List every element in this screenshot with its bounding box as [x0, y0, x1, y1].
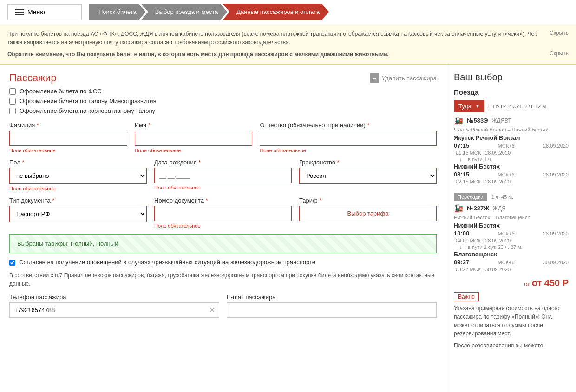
- birth-date-error: Поле обязательное: [154, 185, 292, 190]
- important-text: Указана примерная стоимость на одного па…: [454, 304, 569, 338]
- step-search[interactable]: Поиск билета: [89, 4, 146, 20]
- checkbox-corp-input[interactable]: [9, 108, 16, 114]
- form-section: Фамилия * Поле обязательное Имя * Поле о…: [9, 122, 437, 229]
- train-1-arrival-tz: МСК+6: [498, 172, 515, 177]
- email-input-wrapper: [227, 302, 437, 318]
- doc-number-label: Номер документа *: [154, 197, 292, 204]
- train-1-number: №583Э: [467, 117, 488, 124]
- train-1-arrival-date: 28.09.2020: [543, 172, 569, 177]
- main-content: Пассажир – Удалить пассажира Оформление …: [0, 65, 446, 392]
- train-2-departure-time: 10:00: [454, 230, 469, 237]
- first-name-input[interactable]: [135, 131, 253, 146]
- train-2-departure-row: Нижний Бестях: [454, 222, 569, 229]
- train-1-arrival-time: 08:15: [454, 171, 469, 178]
- last-name-label: Фамилия *: [9, 122, 127, 129]
- transfer-duration: 1 ч. 45 м.: [491, 194, 513, 200]
- birth-date-group: Дата рождения * Поле обязательное: [154, 159, 292, 191]
- doc-number-group: Номер документа * Поле обязательное: [154, 197, 292, 229]
- train-2-departure-msk: 04:00 МСК | 28.09.2020: [456, 238, 569, 243]
- sidebar: Ваш выбор Поезда Туда ▼ В ПУТИ 2 СУТ. 2 …: [446, 65, 576, 392]
- last-name-input[interactable]: [9, 131, 127, 146]
- menu-button[interactable]: Меню: [7, 4, 82, 20]
- breadcrumb-steps: Поиск билета Выбор поезда и места Данные…: [89, 4, 329, 20]
- email-label: E-mail пассажира: [227, 294, 437, 301]
- doc-type-group: Тип документа * Паспорт РФ Загранпаспорт…: [9, 197, 147, 229]
- tariff-button[interactable]: Выбор тарифа: [299, 206, 437, 221]
- train-1-departure-row: Якутск Речной Вокзал: [454, 134, 569, 141]
- chevron-down-icon: ▼: [475, 104, 480, 109]
- delete-passenger-btn[interactable]: – Удалить пассажира: [370, 73, 437, 83]
- notice-2-hide-btn[interactable]: Скрыть: [550, 50, 569, 57]
- sidebar-title: Ваш выбор: [454, 72, 569, 83]
- train-2-header: 🚂 №327Ж ЖДЯ: [454, 204, 569, 213]
- gender-select[interactable]: не выбрано Мужской Женский: [9, 168, 147, 184]
- train-2-departure-station: Нижний Бестях: [454, 222, 500, 229]
- notice-1: При покупке билетов на поезда АО «ФПК», …: [7, 28, 569, 48]
- direction-button[interactable]: Туда ▼: [454, 100, 484, 112]
- train-2-arrival-date: 30.09.2020: [543, 260, 569, 265]
- transfer-badge: Пересадка: [454, 193, 487, 201]
- step-passenger[interactable]: Данные пассажиров и оплата: [223, 4, 329, 20]
- train-2-number: №327Ж: [467, 205, 489, 212]
- first-name-label: Имя *: [135, 122, 253, 129]
- name-row: Фамилия * Поле обязательное Имя * Поле о…: [9, 122, 437, 153]
- gender-label: Пол *: [9, 159, 147, 166]
- train-2-departure-time-row: 10:00 МСК+6 28.09.2020: [454, 230, 569, 237]
- train-2-arrival-time-row: 09:27 МСК+6 30.09.2020: [454, 259, 569, 266]
- train-1-arrival-time-row: 08:15 МСК+6 28.09.2020: [454, 171, 569, 178]
- train-icon-2: 🚂: [454, 204, 463, 213]
- important-section: Важно Указана примерная стоимость на одн…: [454, 292, 569, 338]
- phone-clear-btn[interactable]: ✕: [205, 306, 219, 314]
- email-group: E-mail пассажира: [227, 294, 437, 318]
- train-1-route: Якутск Речной Вокзал – Нижний Бестях: [454, 127, 569, 132]
- train-1-header: 🚂 №583Э ЖДЯВТ: [454, 116, 569, 125]
- train-1-type: ЖДЯВТ: [491, 118, 511, 124]
- train-1-departure-time: 07:15: [454, 142, 469, 149]
- train-1-arrival-msk: 02:15 МСК | 28.09.2020: [456, 179, 569, 184]
- tariff-group: Тариф * Выбор тарифа: [299, 197, 437, 229]
- train-1-departure-date: 28.09.2020: [543, 143, 569, 149]
- doc-type-label: Тип документа *: [9, 197, 147, 204]
- gender-group: Пол * не выбрано Мужской Женский Поле об…: [9, 159, 147, 191]
- train-2-type: ЖДЯ: [493, 205, 506, 212]
- train-2-arrival-tz: МСК+6: [498, 260, 515, 265]
- middle-name-label: Отчество (обязательно, при наличии) *: [260, 122, 437, 129]
- train-1-departure-station: Якутск Речной Вокзал: [454, 134, 520, 141]
- citizenship-label: Гражданство *: [299, 159, 437, 166]
- notices-container: При покупке билетов на поезда АО «ФПК», …: [0, 24, 576, 65]
- checkbox-minsoc-label: Оформление билета по талону Минсоцразвит…: [20, 98, 157, 105]
- checkbox-fss-input[interactable]: [9, 88, 16, 95]
- train-2-arrival-station: Благовещенск: [454, 251, 497, 258]
- notice-1-hide-btn[interactable]: Скрыть: [550, 30, 569, 36]
- step-select[interactable]: Выбор поезда и места: [141, 4, 227, 20]
- info-text: В соответствии с п.7 Правил перевозок па…: [9, 271, 437, 288]
- train-2-departure-date: 28.09.2020: [543, 231, 569, 236]
- tariff-selected-banner: Выбраны тарифы: Полный, Полный: [9, 234, 437, 253]
- checkbox-minsoc-input[interactable]: [9, 98, 16, 105]
- menu-label: Меню: [27, 8, 45, 16]
- doc-type-select[interactable]: Паспорт РФ Загранпаспорт Другое: [9, 206, 147, 222]
- birth-date-label: Дата рождения *: [154, 159, 292, 166]
- doc-number-input[interactable]: [154, 206, 292, 221]
- doc-number-error: Поле обязательное: [154, 223, 292, 229]
- train-card-1: 🚂 №583Э ЖДЯВТ Якутск Речной Вокзал – Ниж…: [454, 116, 569, 184]
- last-name-error: Поле обязательное: [9, 148, 127, 153]
- first-name-error: Поле обязательное: [135, 148, 253, 153]
- citizenship-select[interactable]: Россия Другое: [299, 168, 437, 184]
- train-1-travel-time: ↓ в пути 1 ч.: [459, 157, 569, 162]
- train-2-arrival-msk: 03:27 МСК | 30.09.2020: [456, 267, 569, 272]
- middle-name-input[interactable]: [260, 131, 437, 146]
- train-1-departure-msk: 01:15 МСК | 28.09.2020: [456, 150, 569, 156]
- phone-input[interactable]: [10, 303, 205, 317]
- consent-row: Согласен на получение оповещений в случа…: [9, 259, 437, 266]
- train-2-route: Нижний Бестях – Благовещенск: [454, 215, 569, 220]
- email-input[interactable]: [227, 303, 436, 317]
- consent-checkbox[interactable]: [9, 260, 15, 266]
- checkbox-corp: Оформление билета по корпоративному тало…: [9, 107, 437, 114]
- train-2-travel-time: ↓ в пути 1 сут. 23 ч. 27 м.: [459, 244, 569, 250]
- train-1-departure-tz: МСК+6: [498, 143, 515, 149]
- birth-date-input[interactable]: [154, 168, 292, 183]
- checkbox-corp-label: Оформление билета по корпоративному тало…: [20, 107, 155, 114]
- train-2-arrival-time: 09:27: [454, 259, 469, 266]
- middle-name-group: Отчество (обязательно, при наличии) * По…: [260, 122, 437, 153]
